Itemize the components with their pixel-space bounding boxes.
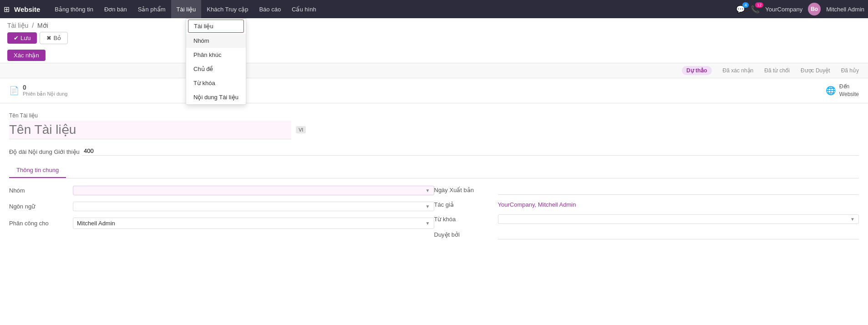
website-label: ĐếnWebsite — [839, 83, 859, 98]
content-length-label: Độ dài Nội dung Giới thiệu — [9, 147, 82, 155]
author-value: YourCompany, Mitchell Admin — [498, 201, 859, 208]
breadcrumb: Tài liệu / Mới — [7, 22, 861, 29]
website-icon: 🌐 — [826, 86, 836, 96]
confirm-button[interactable]: Xác nhận — [7, 50, 46, 61]
action-buttons: ✔ Lưu ✖ Bỏ — [7, 32, 861, 44]
app-title[interactable]: Website — [14, 5, 40, 13]
versions-label: Phiên bản Nội dung — [23, 91, 67, 97]
form-grid: Nhóm ▼ Ngôn ngữ ▼ Phân côn — [9, 178, 859, 253]
reviewed-by-input[interactable] — [498, 230, 859, 239]
group-select-arrow: ▼ — [426, 188, 430, 193]
discard-button[interactable]: ✖ Bỏ — [40, 32, 68, 44]
title-input[interactable] — [9, 121, 291, 139]
publish-date-label: Ngày Xuất bản — [434, 187, 498, 193]
author-label: Tác giả — [434, 201, 498, 208]
tab-general[interactable]: Thông tin chung — [9, 163, 66, 178]
language-value: ▼ — [73, 202, 434, 211]
reviewed-by-value — [498, 230, 859, 239]
author-link[interactable]: YourCompany, Mitchell Admin — [498, 201, 576, 208]
dropdown-item-keywords[interactable]: Từ khóa — [186, 76, 246, 90]
app-grid-icon[interactable]: ⊞ — [4, 5, 10, 14]
group-select[interactable]: ▼ — [73, 186, 434, 195]
avatar[interactable]: Bo — [808, 3, 821, 15]
messages-icon[interactable]: 💬 4 — [736, 5, 745, 14]
tabs: Thông tin chung — [9, 163, 859, 178]
lang-badge: VI — [296, 126, 306, 133]
status-step-draft[interactable]: Dự thảo — [682, 66, 712, 75]
field-author: Tác giả YourCompany, Mitchell Admin — [434, 201, 859, 208]
website-link[interactable]: 🌐 ĐếnWebsite — [826, 83, 859, 98]
dropdown-menu: Tài liệu Nhóm Phân khúc Chủ đề Từ khóa N… — [186, 18, 246, 105]
info-bar: 📄 0 Phiên bản Nội dung 🌐 ĐếnWebsite — [0, 78, 868, 103]
content-length-input[interactable] — [82, 147, 859, 156]
breadcrumb-parent[interactable]: Tài liệu — [7, 22, 28, 29]
publish-date-value — [498, 186, 859, 195]
group-value: ▼ — [73, 186, 434, 195]
assignee-select-arrow: ▼ — [426, 221, 430, 226]
group-label: Nhóm — [9, 187, 73, 194]
nav-item-documents[interactable]: Tài liệu — [171, 0, 202, 18]
nav-items: Bảng thông tin Đơn bán Sản phẩm Tài liệu… — [49, 0, 736, 18]
assignee-select[interactable]: Mitchell Admin ▼ — [73, 218, 434, 229]
dropdown-item-content[interactable]: Nội dung Tài liệu — [186, 90, 246, 104]
nav-right: 💬 4 📞 12 YourCompany Bo Mitchell Admin — [736, 3, 864, 15]
versions-icon: 📄 — [9, 86, 19, 96]
content-length-field: Độ dài Nội dung Giới thiệu — [9, 147, 859, 156]
versions-count: 0 — [23, 84, 67, 91]
status-bar: Dự thảo Đã xác nhận Đã từ chối Được Duyệ… — [0, 63, 868, 78]
language-select[interactable]: ▼ — [73, 202, 434, 211]
company-name[interactable]: YourCompany — [765, 6, 802, 13]
form-col-left: Nhóm ▼ Ngôn ngữ ▼ Phân côn — [9, 186, 434, 246]
keywords-select-arrow: ▼ — [850, 217, 855, 222]
field-assignee: Phân công cho Mitchell Admin ▼ — [9, 218, 434, 229]
publish-date-input[interactable] — [498, 186, 859, 195]
status-step-confirmed[interactable]: Đã xác nhận — [723, 67, 754, 74]
notifications-icon[interactable]: 📞 12 — [751, 5, 760, 14]
dropdown-item-documents[interactable]: Tài liệu — [188, 20, 244, 33]
dropdown-item-group[interactable]: Nhóm — [186, 34, 246, 48]
keywords-label: Từ khóa — [434, 216, 498, 223]
nav-item-reports[interactable]: Báo cáo — [254, 0, 286, 18]
status-step-cancelled[interactable]: Đã hủy — [841, 67, 859, 74]
action-bar: Tài liệu / Mới ✔ Lưu ✖ Bỏ Xác nhận — [0, 18, 868, 63]
field-publish-date: Ngày Xuất bản — [434, 186, 859, 195]
versions-info[interactable]: 📄 0 Phiên bản Nội dung — [9, 84, 67, 97]
nav-item-visitors[interactable]: Khách Truy cập — [201, 0, 254, 18]
reviewed-by-label: Duyệt bởi — [434, 231, 498, 238]
breadcrumb-current: Mới — [37, 22, 48, 29]
form-col-right: Ngày Xuất bản Tác giả YourCompany, Mitch… — [434, 186, 859, 246]
nav-item-dashboard[interactable]: Bảng thông tin — [49, 0, 99, 18]
save-button[interactable]: ✔ Lưu — [7, 32, 37, 44]
notifications-badge: 12 — [755, 2, 763, 8]
field-keywords: Từ khóa ▼ — [434, 214, 859, 224]
form-area: Tên Tài liệu VI Độ dài Nội dung Giới thi… — [0, 103, 868, 258]
dropdown-item-topic[interactable]: Chủ đề — [186, 62, 246, 76]
language-select-arrow: ▼ — [426, 204, 430, 209]
keywords-value: ▼ — [498, 214, 859, 224]
dropdown-item-segment[interactable]: Phân khúc — [186, 48, 246, 62]
field-group: Nhóm ▼ — [9, 186, 434, 195]
assignee-label: Phân công cho — [9, 220, 73, 227]
messages-badge: 4 — [742, 2, 749, 8]
status-step-approved[interactable]: Được Duyệt — [801, 67, 830, 74]
keywords-select[interactable]: ▼ — [498, 214, 859, 224]
nav-item-products[interactable]: Sản phẩm — [132, 0, 171, 18]
nav-item-config[interactable]: Cấu hình — [286, 0, 322, 18]
status-step-rejected[interactable]: Đã từ chối — [764, 67, 790, 74]
top-navigation: ⊞ Website Bảng thông tin Đơn bán Sản phẩ… — [0, 0, 868, 18]
nav-item-orders[interactable]: Đơn bán — [99, 0, 132, 18]
user-name: Mitchell Admin — [826, 6, 864, 13]
assignee-value: Mitchell Admin ▼ — [73, 218, 434, 229]
language-label: Ngôn ngữ — [9, 203, 73, 210]
field-language: Ngôn ngữ ▼ — [9, 202, 434, 211]
title-label: Tên Tài liệu — [9, 112, 859, 119]
field-reviewed-by: Duyệt bởi — [434, 230, 859, 239]
